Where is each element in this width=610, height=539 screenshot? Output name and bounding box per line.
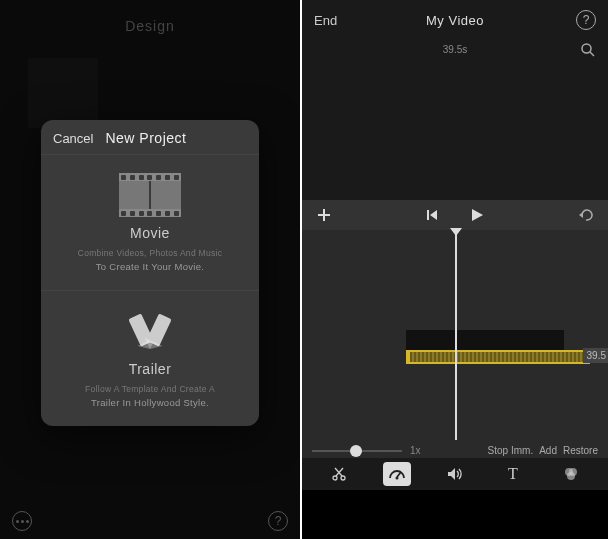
playhead[interactable] [455,230,457,440]
restore-button[interactable]: Restore [563,445,598,456]
cancel-button[interactable]: Cancel [53,131,93,146]
volume-icon[interactable] [441,462,469,486]
svg-point-17 [567,472,575,480]
svg-point-8 [333,476,337,480]
trailer-desc: Follow A Template And Create A Trailer I… [55,383,245,410]
clip-time-label: 39.5 [583,348,608,363]
speedometer-icon[interactable] [383,462,411,486]
play-button[interactable] [469,207,485,223]
svg-line-1 [590,52,594,56]
svg-point-13 [396,477,399,480]
text-icon[interactable]: T [499,462,527,486]
speed-slider[interactable] [312,450,402,452]
zoom-icon[interactable] [580,42,596,58]
end-button[interactable]: End [314,13,337,28]
video-title: My Video [426,13,484,28]
undo-icon[interactable] [578,208,594,222]
design-header: Design [0,0,300,34]
help-icon[interactable]: ? [268,511,288,531]
more-icon[interactable] [12,511,32,531]
thumbnail-placeholder [28,58,98,128]
audio-clip[interactable] [406,350,590,364]
trailer-title: Trailer [55,361,245,377]
stop-immediately-button[interactable]: Stop Imm. [488,445,534,456]
filters-icon[interactable] [557,462,585,486]
svg-line-10 [336,468,343,476]
svg-marker-14 [448,468,455,480]
movie-option[interactable]: Movie Combine Videos, Photos And Music T… [41,154,259,290]
scissors-icon[interactable] [325,462,353,486]
skip-back-icon[interactable] [425,208,439,222]
svg-line-11 [335,468,342,476]
time-display: 39.5s [302,44,608,55]
movie-desc: Combine Videos, Photos And Music To Crea… [55,247,245,274]
speed-label: 1x [410,445,421,456]
svg-point-0 [582,44,591,53]
svg-line-12 [397,472,401,477]
filmstrip-icon [119,173,181,217]
add-button[interactable] [316,207,332,223]
modal-title: New Project [105,130,186,146]
new-project-modal: Cancel New Project Movie Combine Videos,… [41,120,259,426]
svg-marker-7 [579,212,583,218]
add-action-button[interactable]: Add [539,445,557,456]
svg-marker-5 [430,210,437,220]
svg-marker-6 [472,209,483,221]
movie-title: Movie [55,225,245,241]
svg-point-9 [341,476,345,480]
spotlights-icon [124,309,176,353]
video-track[interactable] [406,330,564,350]
trailer-option[interactable]: Trailer Follow A Template And Create A T… [41,290,259,426]
help-icon[interactable]: ? [576,10,596,30]
